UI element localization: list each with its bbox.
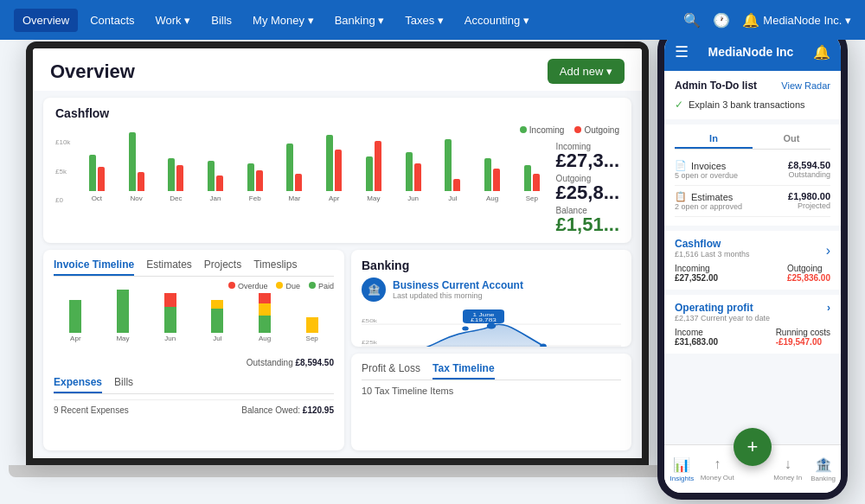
- phone-estimates-val: £1,980.00: [788, 191, 830, 201]
- phone-body: Admin To-Do list View Radar ✓ Explain 3 …: [664, 71, 841, 444]
- phone-estimates-label: 📋 Estimates: [675, 191, 742, 202]
- nav-taxes[interactable]: Taxes ▾: [396, 9, 452, 32]
- banking-chart: Apr May Jun Jul Au... £50k £25k £0k: [362, 307, 621, 347]
- phone-invoices-sub: 5 open or overdue: [675, 171, 738, 180]
- phone-cashflow-section: Cashflow £1,516 Last 3 months › Incoming…: [664, 231, 841, 290]
- tab-projects[interactable]: Projects: [204, 258, 241, 276]
- banking-account: 🏦 Business Current Account Last updated …: [362, 278, 621, 302]
- page-title: Overview: [50, 61, 135, 83]
- phone-invoices-sub2: Outstanding: [788, 170, 830, 179]
- nav-contacts[interactable]: Contacts: [81, 9, 143, 32]
- add-new-button[interactable]: Add new ▾: [548, 59, 625, 84]
- phone-device: ☰ MediaNode Inc 🔔 Admin To-Do list View …: [657, 26, 848, 500]
- tab-estimates[interactable]: Estimates: [146, 258, 192, 276]
- phone-cashflow-sub: £1,516 Last 3 months: [675, 250, 750, 258]
- top-navigation: Overview Contacts Work ▾ Bills My Money …: [0, 0, 865, 40]
- tab-timeslips[interactable]: Timeslips: [253, 258, 297, 276]
- phone-bell-icon[interactable]: 🔔: [813, 44, 830, 61]
- clock-icon[interactable]: 🕐: [713, 12, 730, 29]
- user-label: MediaNode Inc. ▾: [763, 14, 851, 27]
- user-menu[interactable]: MediaNode Inc. ▾: [763, 14, 851, 27]
- op-profit-chevron-icon[interactable]: ›: [827, 302, 830, 314]
- phone-tab-out[interactable]: Out: [753, 133, 830, 149]
- phone-estimates-sub: 2 open or approved: [675, 202, 742, 211]
- income-label: Income: [675, 328, 718, 337]
- phone-op-profit-title[interactable]: Operating profit ›: [675, 302, 830, 314]
- search-icon[interactable]: 🔍: [683, 12, 701, 29]
- banking-title: Banking: [362, 258, 621, 272]
- phone-outgoing-label: Outgoing: [787, 264, 830, 273]
- expenses-tabs: Expenses Bills: [54, 376, 334, 394]
- money-in-icon: ↓: [785, 456, 791, 472]
- hamburger-icon[interactable]: ☰: [675, 42, 689, 61]
- estimates-doc-icon: 📋: [675, 191, 687, 202]
- nav-accounting[interactable]: Accounting ▾: [456, 9, 538, 32]
- incoming-value: £27,3...: [556, 151, 619, 170]
- phone-shell: ☰ MediaNode Inc 🔔 Admin To-Do list View …: [657, 26, 848, 500]
- check-icon: ✓: [675, 99, 683, 111]
- phone-app-title: MediaNode Inc: [708, 45, 794, 59]
- balance-owed: Balance Owed: £120.95: [241, 405, 334, 415]
- banking-card: Banking 🏦 Business Current Account Last …: [351, 250, 631, 347]
- nav-bills[interactable]: Bills: [202, 9, 240, 32]
- phone-nav-money-in[interactable]: ↓ Money In: [770, 445, 805, 493]
- laptop-base: [9, 465, 666, 477]
- bank-icon: 🏦: [362, 278, 386, 302]
- cashflow-chevron-icon[interactable]: ›: [826, 243, 830, 258]
- phone-incoming-val: £27,352.00: [675, 273, 718, 283]
- tab-invoice-timeline[interactable]: Invoice Timeline: [54, 258, 134, 276]
- svg-text:£50k: £50k: [362, 318, 377, 322]
- cashflow-title: Cashflow: [55, 106, 619, 120]
- phone-nav-banking[interactable]: 🏦 Banking: [805, 445, 841, 493]
- nav-my-money[interactable]: My Money ▾: [244, 9, 323, 32]
- nav-work[interactable]: Work ▾: [147, 9, 200, 32]
- bank-account-name[interactable]: Business Current Account: [393, 279, 523, 291]
- nav-overview[interactable]: Overview: [14, 9, 78, 32]
- phone-cashflow-details: Incoming £27,352.00 Outgoing £25,836.00: [675, 264, 830, 283]
- running-costs-val: -£19,547.00: [776, 337, 830, 347]
- phone-cashflow-title[interactable]: Cashflow: [675, 238, 750, 250]
- tax-items-count: 10 Tax Timeline Items: [362, 386, 621, 396]
- outstanding-text: Outstanding £8,594.50: [54, 358, 334, 367]
- insights-icon: 📊: [673, 456, 690, 473]
- tab-expenses[interactable]: Expenses: [54, 376, 102, 393]
- outgoing-value: £25,8...: [556, 183, 619, 202]
- nav-banking[interactable]: Banking ▾: [326, 9, 394, 32]
- phone-invoices-val: £8,594.50: [788, 160, 830, 170]
- phone-nav-insights[interactable]: 📊 Insights: [664, 445, 700, 493]
- invoice-legend: Overdue Due Paid: [54, 282, 334, 290]
- cashflow-card: Cashflow Incoming Outgoing £10k £5k £0: [43, 98, 631, 243]
- phone-bottom-nav: 📊 Insights ↑ Money Out + ↓ Money In 🏦 Ba…: [664, 444, 841, 493]
- recent-expenses: 9 Recent Expenses: [54, 405, 129, 415]
- tab-profit-loss[interactable]: Profit & Loss: [362, 362, 420, 380]
- phone-nav-money-out[interactable]: ↑ Money Out: [700, 445, 735, 493]
- phone-invoices-label: 📄 Invoices: [675, 160, 738, 171]
- phone-inout-section: In Out 📄 Invoices 5 open or overdue £8,5…: [664, 124, 841, 226]
- phone-tab-in[interactable]: In: [675, 133, 753, 149]
- laptop-screen: Overview Add new ▾ Cashflow Incoming Out…: [26, 41, 649, 465]
- profit-tax-card: Profit & Loss Tax Timeline 10 Tax Timeli…: [351, 354, 631, 450]
- bell-icon[interactable]: 🔔: [742, 12, 759, 29]
- svg-point-6: [487, 323, 497, 329]
- phone-op-profit-sub: £2,137 Current year to date: [675, 314, 830, 322]
- laptop-device: Overview Add new ▾ Cashflow Incoming Out…: [26, 41, 683, 491]
- invoice-doc-icon: 📄: [675, 160, 687, 171]
- tab-bills[interactable]: Bills: [114, 376, 133, 393]
- phone-incoming-label: Incoming: [675, 264, 718, 273]
- profit-tax-tabs: Profit & Loss Tax Timeline: [362, 362, 621, 380]
- expenses-footer: 9 Recent Expenses Balance Owed: £120.95: [54, 399, 334, 415]
- running-costs-label: Running costs: [776, 328, 830, 337]
- tab-tax-timeline[interactable]: Tax Timeline: [432, 362, 495, 380]
- todo-title: Admin To-Do list: [675, 80, 757, 92]
- income-val: £31,683.00: [675, 337, 718, 347]
- phone-nav-fab-placeholder: +: [735, 445, 771, 493]
- cashflow-chart: Oct Nov Dec Jan Feb: [55, 138, 549, 216]
- invoice-card: Invoice Timeline Estimates Projects Time…: [43, 250, 344, 450]
- phone-op-profit-details: Income £31,683.00 Running costs -£19,547…: [675, 328, 830, 347]
- phone-invoices-row: 📄 Invoices 5 open or overdue £8,594.50 O…: [675, 155, 830, 186]
- view-radar-link[interactable]: View Radar: [781, 80, 830, 91]
- balance-value: £1,51...: [556, 215, 619, 234]
- phone-todo-section: Admin To-Do list View Radar ✓ Explain 3 …: [664, 71, 841, 119]
- svg-text:1 June: 1 June: [473, 312, 495, 316]
- add-fab-button[interactable]: +: [734, 428, 772, 466]
